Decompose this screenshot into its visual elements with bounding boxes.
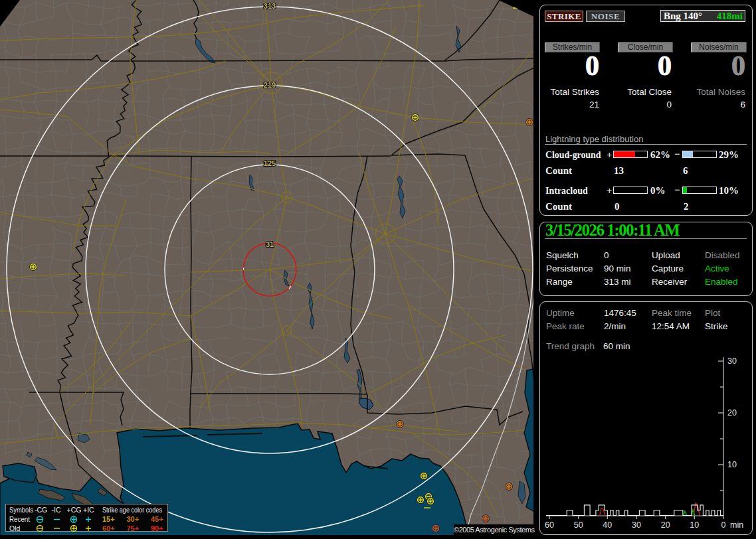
svg-text:10: 10 [727,460,737,469]
svg-text:20: 20 [727,408,737,418]
svg-text:Old: Old [9,524,21,532]
svg-text:45+: 45+ [151,515,163,523]
svg-text:Recent: Recent [9,515,30,523]
svg-text:31: 31 [266,240,274,248]
svg-text:30: 30 [727,356,737,366]
svg-text:15+: 15+ [102,515,115,523]
svg-text:min: min [730,520,743,530]
svg-text:0: 0 [721,520,726,530]
svg-text:10: 10 [690,520,699,530]
svg-text:Symbols: Symbols [9,506,33,514]
svg-text:90+: 90+ [151,524,163,532]
svg-text:50: 50 [574,520,583,530]
svg-text:219: 219 [264,81,276,89]
svg-text:30+: 30+ [127,515,140,523]
svg-text:313: 313 [264,2,276,10]
svg-text:20: 20 [661,520,670,530]
svg-text:40: 40 [603,520,612,530]
svg-text:60: 60 [545,520,554,530]
svg-text:-IC: -IC [52,506,61,514]
svg-text:75+: 75+ [127,524,140,532]
svg-text:60+: 60+ [102,524,115,532]
svg-text:30: 30 [632,520,641,530]
svg-text:+CG: +CG [67,506,82,514]
svg-text:Strike age color codes: Strike age color codes [102,506,162,514]
svg-text:-CG: -CG [35,506,47,514]
svg-text:125: 125 [264,159,276,167]
svg-text:+IC: +IC [83,506,94,514]
